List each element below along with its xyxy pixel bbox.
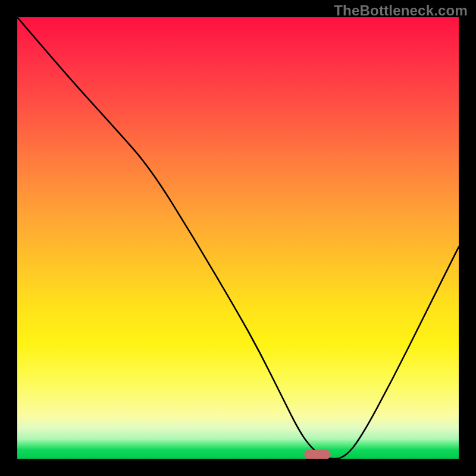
chart-stage: TheBottleneck.com bbox=[0, 0, 476, 476]
plot-area bbox=[17, 17, 459, 459]
watermark-text: TheBottleneck.com bbox=[334, 2, 468, 19]
bottleneck-curve bbox=[17, 17, 459, 459]
optimum-marker bbox=[304, 450, 331, 459]
plot-svg bbox=[17, 17, 459, 459]
